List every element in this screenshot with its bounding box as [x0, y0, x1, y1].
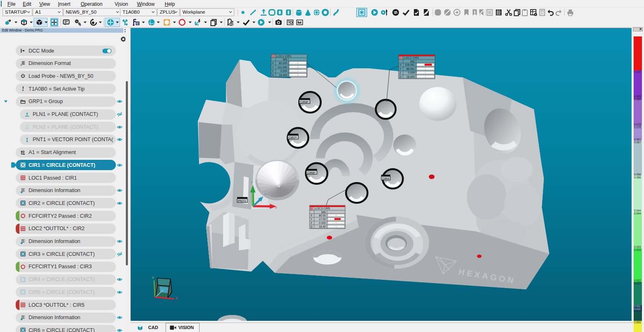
- svg-text:CIR6*: CIR6*: [307, 171, 315, 175]
- svg-text:Y: Y: [310, 218, 312, 221]
- svg-text:z: z: [264, 192, 266, 196]
- svg-text:16.40: 16.40: [319, 225, 326, 228]
- svg-text:MS: MS: [322, 211, 326, 214]
- svg-text:LOC1 CIR1: LOC1 CIR1: [276, 55, 291, 58]
- svg-text:CIR7*: CIR7*: [288, 136, 297, 140]
- svg-text:y: y: [251, 180, 253, 184]
- svg-text:X: X: [272, 62, 274, 65]
- svg-text:LOC2 CIR2: LOC2 CIR2: [404, 56, 419, 59]
- svg-text:PNT1: PNT1: [238, 199, 246, 203]
- svg-text:101.000: 101.000: [277, 66, 287, 69]
- svg-text:x: x: [275, 206, 277, 209]
- svg-text:80.000: 80.000: [279, 62, 288, 65]
- svg-text:LOC3 CIR5: LOC3 CIR5: [315, 207, 330, 210]
- svg-text:0.000: 0.000: [280, 70, 287, 72]
- svg-text:80.00: 80.00: [319, 214, 326, 217]
- svg-text:Y: Y: [152, 276, 154, 280]
- svg-text:0.000: 0.000: [408, 71, 415, 74]
- svg-text:0.000: 0.000: [319, 221, 326, 224]
- svg-text:Z: Z: [399, 71, 401, 74]
- svg-text:17.00: 17.00: [319, 218, 326, 221]
- svg-text:16.400: 16.400: [406, 75, 415, 78]
- svg-text:Z: Z: [162, 289, 164, 292]
- svg-text:Z: Z: [272, 70, 274, 72]
- svg-text:MS: MS: [411, 60, 415, 63]
- svg-text:X: X: [310, 214, 312, 217]
- svg-text:108.991: 108.991: [405, 63, 415, 66]
- svg-text:88.991: 88.991: [406, 67, 415, 70]
- svg-text:Y: Y: [272, 66, 274, 69]
- svg-text:CIR4: CIR4: [382, 177, 389, 180]
- svg-text:X: X: [399, 63, 401, 66]
- svg-text:D: D: [272, 74, 274, 77]
- svg-text:CIR8*: CIR8*: [300, 100, 308, 104]
- svg-text:D: D: [399, 75, 401, 78]
- svg-text:MS: MS: [283, 58, 288, 61]
- svg-text:Y: Y: [399, 67, 401, 70]
- svg-text:D: D: [310, 225, 312, 228]
- svg-text:X: X: [175, 296, 178, 301]
- svg-text:Z: Z: [310, 221, 312, 224]
- svg-text:16.400: 16.400: [279, 74, 288, 77]
